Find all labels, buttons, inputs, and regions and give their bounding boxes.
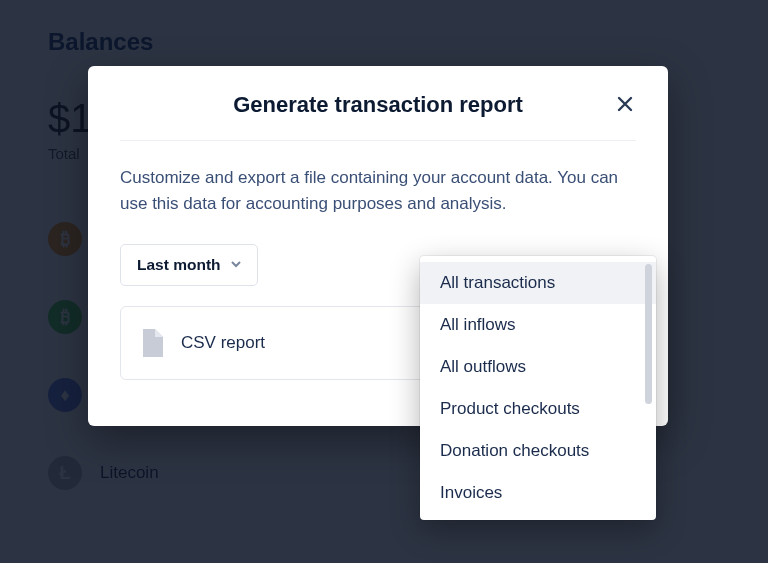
date-range-label: Last month xyxy=(137,256,221,274)
dropdown-option-product-checkouts[interactable]: Product checkouts xyxy=(420,388,656,430)
dropdown-option-all-outflows[interactable]: All outflows xyxy=(420,346,656,388)
date-range-dropdown[interactable]: Last month xyxy=(120,244,258,286)
modal-title: Generate transaction report xyxy=(233,92,523,118)
dropdown-option-donation-checkouts[interactable]: Donation checkouts xyxy=(420,430,656,472)
file-icon xyxy=(141,329,163,357)
caret-down-icon xyxy=(231,261,241,268)
csv-report-label: CSV report xyxy=(181,333,265,353)
modal-header: Generate transaction report xyxy=(120,92,636,141)
dropdown-option-invoices[interactable]: Invoices xyxy=(420,472,656,514)
transaction-type-dropdown: All transactions All inflows All outflow… xyxy=(420,256,656,520)
dropdown-option-all-transactions[interactable]: All transactions xyxy=(420,262,656,304)
close-button[interactable] xyxy=(610,90,640,120)
dropdown-option-all-inflows[interactable]: All inflows xyxy=(420,304,656,346)
close-icon xyxy=(616,95,634,116)
modal-description: Customize and export a file containing y… xyxy=(120,165,636,218)
scrollbar-thumb[interactable] xyxy=(645,264,652,404)
